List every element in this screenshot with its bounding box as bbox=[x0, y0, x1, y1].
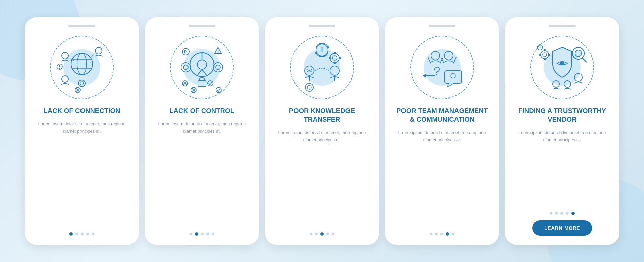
svg-rect-58 bbox=[339, 57, 341, 59]
svg-point-43 bbox=[321, 47, 323, 49]
card-title-vendor: FINDING A TRUSTWORTHY VENDOR bbox=[515, 106, 610, 124]
card-desc-connection: Lorem ipsum dolor sit dim amet, mea regi… bbox=[34, 120, 129, 135]
svg-point-75 bbox=[541, 51, 549, 59]
svg-point-86 bbox=[540, 49, 541, 50]
dots-knowledge bbox=[310, 225, 334, 236]
icon-area-vendor bbox=[529, 34, 596, 101]
svg-point-71 bbox=[560, 61, 564, 65]
dot-2 bbox=[315, 233, 318, 235]
dot-4 bbox=[566, 212, 569, 215]
svg-point-62 bbox=[444, 51, 453, 60]
svg-line-65 bbox=[441, 58, 444, 63]
dot-5 bbox=[452, 233, 454, 235]
svg-point-29 bbox=[216, 65, 220, 70]
icon-area-control: P bbox=[168, 34, 235, 101]
dot-3 bbox=[320, 232, 324, 236]
team-icon bbox=[415, 41, 469, 94]
svg-point-26 bbox=[181, 63, 191, 72]
dot-4 bbox=[206, 233, 209, 235]
svg-point-15 bbox=[59, 68, 60, 69]
card-knowledge-transfer: POOR KNOWLEDGE TRANSFER Lorem ipsum dolo… bbox=[265, 17, 379, 245]
svg-point-61 bbox=[431, 51, 440, 60]
svg-point-25 bbox=[218, 52, 219, 53]
svg-point-73 bbox=[575, 50, 582, 57]
svg-point-82 bbox=[564, 81, 571, 87]
svg-rect-77 bbox=[544, 49, 546, 51]
phone-top-bar-5 bbox=[549, 25, 576, 27]
svg-rect-80 bbox=[548, 54, 550, 56]
card-title-knowledge: POOR KNOWLEDGE TRANSFER bbox=[274, 106, 370, 124]
dot-3 bbox=[560, 212, 563, 215]
svg-point-5 bbox=[62, 52, 68, 59]
svg-point-6 bbox=[95, 47, 102, 54]
svg-point-49 bbox=[330, 66, 339, 75]
svg-point-70 bbox=[436, 74, 437, 75]
svg-line-63 bbox=[428, 57, 431, 63]
card-title-connection: LACK OF CONNECTION bbox=[44, 106, 120, 115]
cards-container: LACK OF CONNECTION Lorem ipsum dolor sit… bbox=[25, 17, 619, 245]
svg-point-8 bbox=[78, 80, 85, 87]
svg-rect-79 bbox=[539, 54, 541, 56]
svg-point-28 bbox=[213, 63, 223, 72]
dot-5 bbox=[92, 233, 94, 235]
svg-point-83 bbox=[553, 81, 559, 87]
icon-area-connection bbox=[48, 34, 115, 101]
connection-icon bbox=[55, 41, 109, 94]
svg-line-66 bbox=[453, 57, 456, 63]
svg-line-64 bbox=[440, 58, 443, 63]
card-title-team: POOR TEAM MANAGEMENT & COMMUNICATION bbox=[394, 106, 490, 124]
dot-1 bbox=[550, 212, 552, 215]
card-trustworthy-vendor: FINDING A TRUSTWORTHY VENDOR Lorem ipsum… bbox=[505, 17, 619, 245]
icon-area-knowledge bbox=[288, 34, 356, 101]
svg-line-22 bbox=[202, 69, 206, 75]
dot-1 bbox=[69, 232, 73, 236]
dot-5 bbox=[332, 233, 334, 235]
dot-1 bbox=[190, 233, 192, 235]
card-desc-control: Lorem ipsum dolor sit dim amet, mea regi… bbox=[154, 120, 250, 135]
svg-rect-30 bbox=[198, 81, 206, 87]
card-desc-vendor: Lorem ipsum dolor sit dim amet, mea regi… bbox=[515, 129, 610, 144]
phone-top-bar-4 bbox=[429, 25, 455, 27]
svg-point-9 bbox=[80, 82, 84, 85]
dots-connection bbox=[69, 225, 94, 236]
dot-2 bbox=[195, 232, 198, 236]
card-desc-knowledge: Lorem ipsum dolor sit dim amet, mea regi… bbox=[274, 129, 370, 144]
dot-3 bbox=[81, 233, 84, 235]
knowledge-icon bbox=[295, 41, 349, 94]
svg-point-27 bbox=[183, 65, 188, 70]
svg-point-38 bbox=[216, 87, 221, 93]
dot-4 bbox=[86, 233, 89, 235]
dot-5 bbox=[571, 212, 575, 215]
icon-area-team bbox=[409, 34, 476, 101]
dot-2 bbox=[555, 212, 558, 215]
dot-5 bbox=[212, 233, 214, 235]
card-lack-of-control: P LACK OF CONTROL Lorem ipsum dolor sit … bbox=[145, 17, 259, 245]
svg-point-76 bbox=[543, 53, 547, 57]
dot-3 bbox=[440, 233, 443, 235]
dots-control bbox=[190, 225, 214, 236]
svg-rect-68 bbox=[445, 71, 462, 83]
svg-point-59 bbox=[305, 83, 313, 91]
learn-more-button[interactable]: LEARN MORE bbox=[532, 220, 592, 236]
svg-point-54 bbox=[332, 56, 337, 60]
card-desc-team: Lorem ipsum dolor sit dim amet, mea regi… bbox=[394, 129, 490, 144]
svg-marker-67 bbox=[423, 74, 426, 78]
svg-text:P: P bbox=[184, 50, 187, 54]
dots-team bbox=[430, 225, 454, 236]
dot-4 bbox=[326, 233, 329, 235]
card-lack-of-connection: LACK OF CONNECTION Lorem ipsum dolor sit… bbox=[25, 17, 139, 245]
svg-point-81 bbox=[574, 73, 582, 81]
svg-point-60 bbox=[307, 85, 311, 89]
vendor-icon bbox=[535, 41, 589, 94]
control-icon: P bbox=[175, 41, 229, 94]
svg-rect-57 bbox=[329, 57, 331, 59]
dot-2 bbox=[75, 233, 78, 235]
svg-rect-56 bbox=[334, 62, 336, 64]
svg-rect-55 bbox=[334, 52, 336, 54]
svg-rect-78 bbox=[544, 58, 546, 60]
svg-point-7 bbox=[62, 76, 68, 82]
dot-3 bbox=[201, 233, 204, 235]
svg-point-19 bbox=[197, 60, 207, 69]
card-title-control: LACK OF CONTROL bbox=[169, 106, 234, 115]
dot-1 bbox=[430, 233, 432, 235]
